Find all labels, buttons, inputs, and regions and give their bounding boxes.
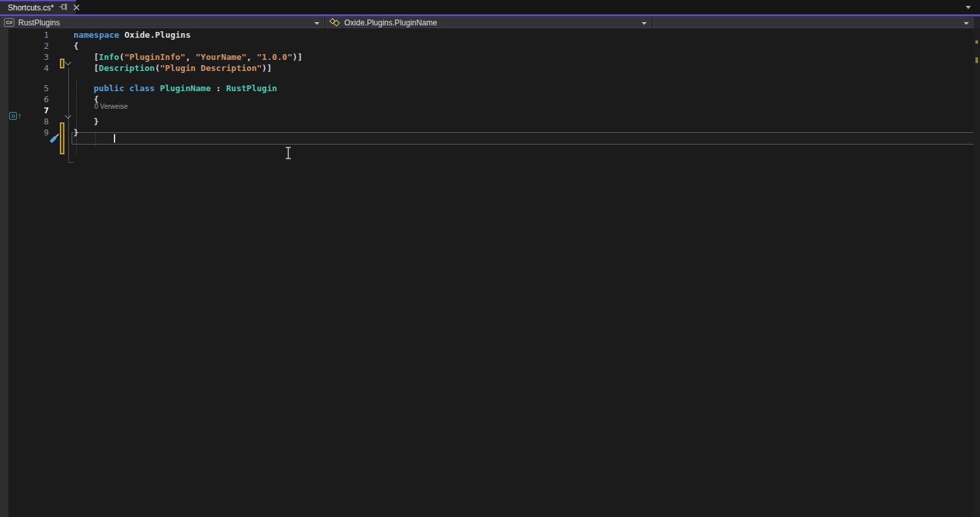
code-text: public class PluginName : RustPlugin [94,83,277,94]
code-line[interactable]: 3[Info("PluginInfo", "YourName", "1.0.0"… [0,51,980,63]
code-line[interactable]: 2{ [0,40,980,51]
project-dropdown-label: RustPlugins [14,18,60,27]
code-text: [Description("Plugin Description")] [94,63,272,74]
navigation-bar: C# RustPlugins Oxide.Plugins.PluginName [0,16,980,29]
line-number[interactable]: 6 [26,94,49,105]
vertical-scrollbar[interactable] [973,29,980,517]
code-line[interactable]: 8} [0,116,980,127]
code-text: namespace Oxide.Plugins [74,29,191,40]
code-line[interactable]: 9} [0,127,980,138]
line-number[interactable]: 9 [26,127,49,138]
tab-shortcuts-cs[interactable]: Shortcuts.cs* [0,0,76,14]
code-editor[interactable]: ↑ 1namespace Oxide.Plugins2{3[Info("Plug… [0,29,980,517]
scrollbar-change-mark [975,57,978,63]
member-dropdown[interactable] [653,17,973,28]
line-number[interactable]: 7 [26,105,49,116]
tab-title: Shortcuts.cs* [0,3,54,12]
chevron-down-icon [964,22,969,25]
close-icon[interactable] [73,2,80,14]
class-icon [329,18,340,27]
tab-strip: Shortcuts.cs* [0,0,980,14]
line-number[interactable]: 8 [26,116,49,127]
chevron-down-icon [314,22,320,25]
project-dropdown[interactable]: C# RustPlugins [1,17,324,28]
scrollbar-change-mark [975,40,978,44]
code-line[interactable]: 4[Description("Plugin Description")] [0,63,980,74]
mouse-ibeam-cursor [284,147,293,162]
line-number[interactable]: 1 [26,29,49,40]
codelens-references[interactable]: 0 Verweise [94,102,128,111]
code-line[interactable]: 5public class PluginName : RustPlugin [0,83,980,94]
line-number[interactable]: 4 [26,63,49,74]
line-number[interactable]: 2 [26,40,49,51]
code-line[interactable]: 7 [0,105,980,116]
chevron-down-icon [642,22,647,25]
csharp-project-icon: C# [4,18,14,27]
line-number[interactable]: 5 [26,83,49,94]
code-line[interactable]: 1namespace Oxide.Plugins [0,29,980,40]
type-dropdown-label: Oxide.Plugins.PluginName [340,18,437,27]
code-text: } [74,127,79,138]
code-line[interactable]: 6{ [0,94,980,105]
tab-list-dropdown-icon[interactable] [966,6,971,9]
code-text: { [74,40,79,51]
code-text: } [94,116,99,127]
line-number[interactable]: 3 [26,51,49,63]
type-dropdown[interactable]: Oxide.Plugins.PluginName [325,17,651,28]
code-text: [Info("PluginInfo", "YourName", "1.0.0")… [94,51,303,63]
pin-icon[interactable] [59,2,68,14]
